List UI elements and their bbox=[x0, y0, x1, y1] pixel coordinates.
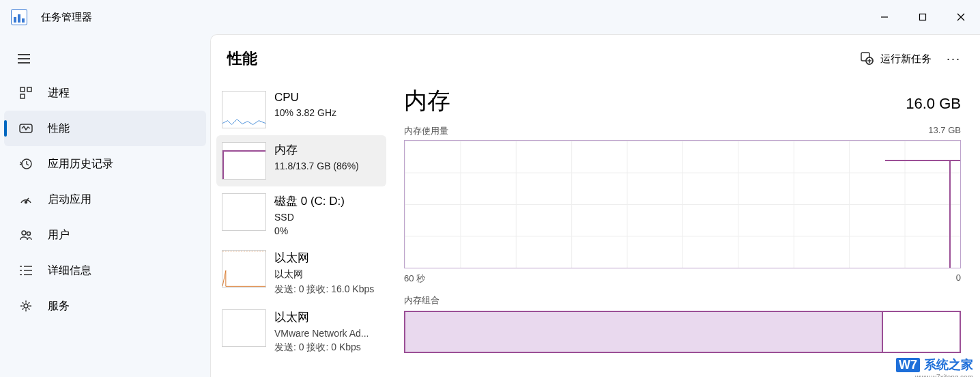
svg-rect-8 bbox=[27, 87, 31, 92]
svg-point-15 bbox=[27, 232, 31, 236]
title-bar: 任务管理器 bbox=[0, 0, 980, 34]
nav-users[interactable]: 用户 bbox=[4, 217, 206, 253]
memory-composition-chart bbox=[404, 311, 961, 353]
ethernet-thumbnail bbox=[222, 309, 266, 347]
speedometer-icon bbox=[19, 193, 33, 206]
nav-startup-apps[interactable]: 启动应用 bbox=[4, 182, 206, 217]
nav-services[interactable]: 服务 bbox=[4, 288, 206, 324]
app-icon bbox=[11, 9, 27, 25]
mini-sub2: 0% bbox=[274, 225, 345, 236]
nav-app-history[interactable]: 应用历史记录 bbox=[4, 146, 206, 182]
mini-panel: CPU 10% 3.82 GHz 内存 11.8/13.7 GB (86%) 磁… bbox=[211, 83, 392, 377]
nav-label: 性能 bbox=[48, 122, 70, 136]
mini-sub: 11.8/13.7 GB (86%) bbox=[274, 160, 359, 171]
mini-title: 内存 bbox=[274, 142, 359, 158]
svg-rect-7 bbox=[20, 87, 25, 92]
nav-label: 应用历史记录 bbox=[48, 157, 113, 171]
mini-sub2: 发送: 0 接收: 0 Kbps bbox=[274, 341, 369, 354]
svg-rect-9 bbox=[20, 94, 25, 98]
history-icon bbox=[19, 157, 33, 171]
run-new-task-button[interactable]: 运行新任务 bbox=[857, 47, 934, 71]
memory-usage-chart bbox=[404, 140, 961, 268]
usage-max: 13.7 GB bbox=[928, 125, 961, 137]
svg-point-13 bbox=[25, 201, 27, 204]
mini-item-ethernet-1[interactable]: 以太网 以太网 发送: 0 接收: 16.0 Kbps bbox=[216, 243, 386, 303]
run-task-label: 运行新任务 bbox=[880, 53, 932, 66]
svg-point-14 bbox=[22, 231, 26, 235]
close-button[interactable] bbox=[942, 0, 980, 34]
mini-title: 以太网 bbox=[274, 309, 369, 325]
ethernet-thumbnail bbox=[222, 250, 266, 288]
composition-label: 内存组合 bbox=[404, 294, 961, 307]
mini-sub: VMware Network Ad... bbox=[274, 328, 369, 339]
svg-rect-10 bbox=[20, 124, 32, 132]
grid-icon bbox=[19, 86, 33, 100]
memory-thumbnail bbox=[222, 142, 266, 180]
nav-label: 进程 bbox=[48, 86, 70, 100]
gear-icon bbox=[19, 299, 33, 313]
list-icon bbox=[19, 264, 33, 277]
nav-details[interactable]: 详细信息 bbox=[4, 253, 206, 288]
cpu-thumbnail bbox=[222, 91, 266, 128]
sidebar: 进程 性能 应用历史记录 启动应用 用户 详细信息 服务 bbox=[0, 34, 210, 377]
usage-label: 内存使用量 bbox=[404, 125, 448, 137]
main-header: 性能 运行新任务 ··· bbox=[211, 35, 980, 83]
window-controls bbox=[865, 0, 980, 34]
activity-icon bbox=[19, 122, 33, 135]
nav-label: 用户 bbox=[48, 228, 70, 242]
hamburger-button[interactable] bbox=[0, 42, 210, 75]
mini-sub: 以太网 bbox=[274, 268, 374, 281]
mini-title: 磁盘 0 (C: D:) bbox=[274, 193, 345, 209]
minimize-button[interactable] bbox=[865, 0, 904, 34]
detail-total: 16.0 GB bbox=[906, 95, 961, 113]
mini-item-memory[interactable]: 内存 11.8/13.7 GB (86%) bbox=[216, 135, 386, 186]
disk-thumbnail bbox=[222, 193, 266, 231]
page-title: 性能 bbox=[227, 48, 257, 69]
mini-sub: SSD bbox=[274, 212, 345, 223]
mini-sub: 10% 3.82 GHz bbox=[274, 107, 336, 118]
main-panel: 性能 运行新任务 ··· CPU 10% 3.82 GHz bbox=[210, 34, 980, 377]
mini-title: 以太网 bbox=[274, 250, 374, 266]
mini-sub2: 发送: 0 接收: 16.0 Kbps bbox=[274, 283, 374, 296]
nav-performance[interactable]: 性能 bbox=[4, 111, 206, 146]
mini-item-cpu[interactable]: CPU 10% 3.82 GHz bbox=[216, 84, 386, 135]
run-task-icon bbox=[860, 51, 874, 67]
users-icon bbox=[19, 228, 33, 242]
more-button[interactable]: ··· bbox=[940, 48, 968, 70]
nav-label: 启动应用 bbox=[48, 193, 91, 207]
x-axis-left: 60 秒 bbox=[404, 273, 425, 285]
mini-title: CPU bbox=[274, 91, 336, 104]
detail-panel: 内存 16.0 GB 内存使用量 13.7 GB 60 秒 0 内存组合 bbox=[392, 83, 980, 377]
detail-title: 内存 bbox=[404, 85, 450, 117]
mini-item-ethernet-2[interactable]: 以太网 VMware Network Ad... 发送: 0 接收: 0 Kbp… bbox=[216, 303, 386, 361]
mini-item-disk[interactable]: 磁盘 0 (C: D:) SSD 0% bbox=[216, 186, 386, 243]
nav-label: 详细信息 bbox=[48, 264, 91, 278]
nav-processes[interactable]: 进程 bbox=[4, 75, 206, 111]
nav-label: 服务 bbox=[48, 299, 70, 313]
app-title: 任务管理器 bbox=[41, 11, 92, 24]
svg-point-22 bbox=[24, 304, 28, 308]
x-axis-right: 0 bbox=[956, 273, 961, 285]
svg-rect-1 bbox=[920, 14, 926, 20]
maximize-button[interactable] bbox=[904, 0, 942, 34]
